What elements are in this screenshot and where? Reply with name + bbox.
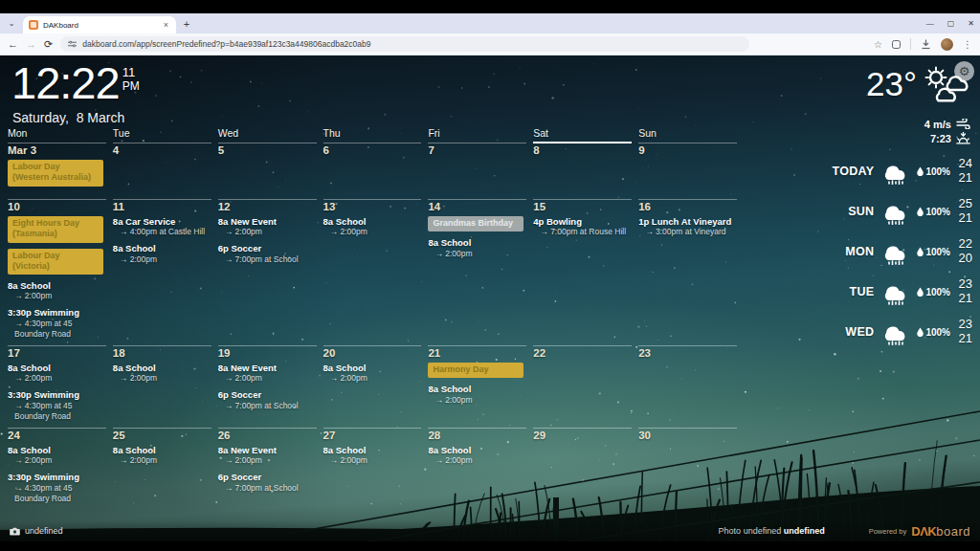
forecast-row: TUE 100% 23 21 bbox=[833, 272, 972, 312]
calendar-cell: 18 8a School → 2:00pm bbox=[113, 345, 212, 428]
camera-icon bbox=[10, 527, 20, 536]
clock: 12:22 11 PM bbox=[11, 59, 140, 106]
event-detail: → 2:00pm bbox=[8, 455, 106, 466]
bookmark-star-icon[interactable]: ☆ bbox=[874, 39, 882, 50]
forecast-day-label: WED bbox=[845, 325, 874, 339]
event-detail: → 7:00pm at School bbox=[218, 254, 317, 265]
powered-by: Powered by DΛKboard bbox=[869, 524, 970, 539]
event-title: 8a New Event bbox=[218, 445, 317, 455]
rain-cloud-icon bbox=[880, 159, 911, 185]
date-number: 5 bbox=[218, 144, 317, 156]
current-temp: 23° bbox=[866, 67, 917, 100]
event-detail: → 7:00pm at School bbox=[218, 401, 317, 411]
forecast-day-label: TODAY bbox=[833, 165, 875, 178]
event-detail: → 2:00pm bbox=[8, 373, 106, 384]
event-detail: → 2:00pm bbox=[218, 455, 317, 466]
date-number: 17 bbox=[8, 347, 106, 359]
partly-cloudy-icon bbox=[921, 63, 970, 103]
site-info-icon[interactable] bbox=[68, 40, 77, 48]
temp-high: 24 bbox=[956, 157, 972, 171]
date-number: 24 bbox=[8, 430, 106, 441]
day-header-wed: Wed bbox=[218, 127, 317, 143]
event-detail: → 3:00pm at Vineyard bbox=[638, 227, 737, 237]
precipitation: 100% bbox=[917, 166, 950, 177]
clock-seconds: 11 bbox=[122, 66, 140, 78]
tab-search-icon[interactable]: ⌄ bbox=[0, 13, 23, 33]
browser-tab-strip: ⌄ DAKboard × + — ▢ ✕ bbox=[0, 13, 980, 33]
tab-close-icon[interactable]: × bbox=[162, 20, 170, 30]
day-header-thu: Thu bbox=[323, 127, 422, 143]
profile-avatar[interactable] bbox=[941, 38, 953, 51]
calendar-cell: 23 bbox=[638, 345, 737, 428]
event-title: 8a School bbox=[428, 237, 526, 248]
calendar-week-row: 17 8a School → 2:00pm 3:30p Swimming → 4… bbox=[8, 345, 737, 428]
calendar-cell: 24 8a School → 2:00pm 3:30p Swimming → 4… bbox=[8, 428, 106, 510]
new-tab-button[interactable]: + bbox=[176, 13, 197, 33]
event-title: 3:30p Swimming bbox=[8, 389, 106, 400]
reload-button[interactable]: ⟳ bbox=[44, 39, 53, 50]
calendar-event: 8a School → 2:00pm bbox=[113, 243, 212, 264]
holiday-badge: Labour Day (Western Australia) bbox=[8, 160, 103, 187]
event-detail: → 4:30pm at 45 Boundary Road bbox=[8, 483, 106, 504]
calendar-cell: 28 8a School → 2:00pm bbox=[428, 428, 526, 510]
weather-details: 4 m/s 7:23 bbox=[924, 117, 970, 145]
forward-button[interactable]: → bbox=[26, 39, 36, 50]
date-number: 4 bbox=[113, 144, 212, 156]
event-detail: → 2:00pm bbox=[428, 249, 526, 259]
droplet-icon bbox=[917, 327, 924, 337]
calendar-cell: 29 bbox=[533, 428, 632, 510]
event-title: 6p Soccer bbox=[218, 389, 317, 400]
calendar-event: 8a School → 2:00pm bbox=[8, 363, 106, 384]
event-title: 4p Bowling bbox=[533, 216, 632, 227]
calendar: MonTueWedThuFriSatSun Mar 3 Labour Day (… bbox=[8, 127, 737, 510]
calendar-cell: 14 Grandmas Birthday 8a School → 2:00pm bbox=[428, 199, 526, 345]
date-number: 30 bbox=[638, 430, 737, 441]
holiday-badge: Grandmas Birthday bbox=[428, 216, 523, 231]
calendar-event: 4p Bowling → 7:00pm at Rouse Hill bbox=[533, 216, 632, 237]
calendar-cell: 7 bbox=[428, 143, 526, 199]
precipitation: 100% bbox=[917, 287, 950, 298]
date-number: 11 bbox=[113, 201, 212, 212]
event-detail: → 4:00pm at Castle Hill bbox=[113, 227, 212, 237]
calendar-event: 8a School → 2:00pm bbox=[113, 363, 212, 384]
screen: ⌄ DAKboard × + — ▢ ✕ ← → ⟳ dakboard.com/… bbox=[0, 0, 980, 551]
url-bar[interactable]: dakboard.com/app/screenPredefined?p=b4ae… bbox=[60, 36, 749, 52]
event-title: 8a School bbox=[113, 363, 212, 373]
wind-speed: 4 m/s bbox=[924, 119, 951, 130]
event-title: 8a School bbox=[323, 445, 422, 455]
calendar-cell: 8 bbox=[533, 143, 632, 199]
calendar-event: 8a School → 2:00pm bbox=[8, 445, 106, 466]
calendar-event: 8a New Event → 2:00pm bbox=[218, 363, 317, 384]
calendar-cell: 30 bbox=[638, 428, 737, 510]
window-maximize-button[interactable]: ▢ bbox=[947, 19, 955, 28]
event-title: 8a New Event bbox=[218, 216, 317, 227]
temp-high: 23 bbox=[956, 277, 972, 292]
dashboard-footer: undefined Photo undefined undefined Powe… bbox=[0, 520, 980, 541]
clock-time: 12:22 bbox=[11, 59, 120, 106]
temp-high: 23 bbox=[956, 318, 972, 332]
window-close-button[interactable]: ✕ bbox=[968, 19, 974, 28]
back-button[interactable]: ← bbox=[8, 39, 18, 50]
calendar-event: 8a School → 2:00pm bbox=[113, 445, 212, 466]
photo-credit: Photo undefined undefined bbox=[719, 526, 825, 536]
forecast-row: SUN 100% 25 21 bbox=[833, 191, 972, 231]
date-number: 14 bbox=[428, 201, 526, 212]
calendar-week-row: 10 Eight Hours Day (Tasmania) Labour Day… bbox=[8, 199, 737, 345]
browser-menu-icon[interactable]: ⋮ bbox=[963, 39, 972, 50]
droplet-icon bbox=[917, 207, 924, 216]
calendar-event: 8a School → 2:00pm bbox=[323, 445, 422, 466]
rain-cloud-icon bbox=[880, 239, 911, 265]
window-minimize-button[interactable]: — bbox=[926, 19, 934, 28]
extensions-icon[interactable] bbox=[892, 40, 901, 49]
tab-dakboard[interactable]: DAKboard × bbox=[23, 16, 176, 33]
temp-high: 25 bbox=[956, 197, 972, 211]
letterbox-top bbox=[0, 0, 980, 13]
forecast-row: MON 100% 22 20 bbox=[833, 231, 972, 272]
dakboard-dashboard: 12:22 11 PM Saturday, 8 March ⚙ 23° bbox=[0, 55, 980, 541]
event-title: 6p Soccer bbox=[218, 243, 317, 253]
event-title: 3:30p Swimming bbox=[8, 472, 106, 482]
date-number: 28 bbox=[428, 430, 526, 441]
forecast-list: TODAY 100% 24 21 SUN bbox=[833, 151, 972, 352]
downloads-icon[interactable] bbox=[921, 39, 931, 50]
footer-left-label: undefined bbox=[25, 526, 63, 536]
